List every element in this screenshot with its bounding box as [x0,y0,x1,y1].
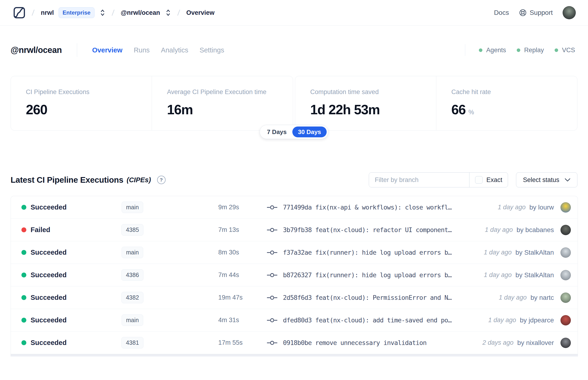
docs-link[interactable]: Docs [494,9,509,17]
integration-vcs[interactable]: VCS [555,47,575,54]
range-30-days[interactable]: 30 Days [292,127,327,137]
integration-label: Agents [486,47,506,54]
integration-replay[interactable]: Replay [517,47,544,54]
git-commit-icon [267,272,277,278]
stat-card-ci-executions: CI Pipeline Executions 260 [11,76,152,130]
tab-runs[interactable]: Runs [134,46,150,54]
author-avatar[interactable] [560,315,571,325]
run-status-dot [21,295,26,300]
tab-settings[interactable]: Settings [199,46,224,54]
help-icon[interactable]: ? [157,176,166,184]
integration-agents[interactable]: Agents [479,47,506,54]
commit-message[interactable]: dfed80d3 feat(nx-cloud): add time-saved … [283,317,452,324]
branch-badge[interactable]: main [122,247,143,258]
run-status-dot [21,205,26,210]
workspace-name[interactable]: @nrwl/ocean [121,9,160,17]
commit-message[interactable]: 2d58f6d3 feat(nx-cloud): PermissionError… [283,294,452,301]
table-row[interactable]: Failed 4385 7m 13s 3b79fb38 feat(nx-clou… [11,219,578,241]
git-commit-icon [267,318,277,323]
org-name[interactable]: nrwl [41,9,54,17]
branch-badge[interactable]: 4381 [121,337,143,348]
run-time-ago: 1 day ago [484,271,512,279]
stat-label: Computation time saved [310,88,427,96]
support-label: Support [530,9,553,17]
run-duration: 17m 55s [151,339,267,346]
stat-card-time-saved: Computation time saved 1d 22h 53m [295,76,436,130]
run-status-label: Succeeded [31,294,67,302]
enterprise-badge: Enterprise [58,7,95,18]
author-avatar[interactable] [560,225,571,235]
breadcrumb-separator: / [32,8,35,18]
run-duration: 7m 13s [151,226,267,233]
run-duration: 9m 29s [151,204,267,211]
stat-value: 260 [26,102,47,117]
branch-badge[interactable]: 4382 [121,292,143,303]
stat-label: Cache hit rate [451,88,568,96]
support-link[interactable]: Support [519,9,553,17]
branch-badge[interactable]: main [122,202,143,213]
exact-checkbox[interactable] [475,176,483,184]
table-row[interactable]: Succeeded 4381 17m 55s 0918b0be remove u… [11,332,578,354]
stat-value: 1d 22h 53m [310,102,380,117]
breadcrumb-separator: / [177,8,180,18]
cipe-rows: Succeeded main 9m 29s 771499da fix(nx-ap… [11,196,578,354]
git-commit-icon [267,250,277,255]
cipe-section-header: Latest CI Pipeline Executions (CIPEs) ? … [0,172,588,188]
run-time-ago: 1 day ago [484,249,512,256]
branch-badge[interactable]: main [122,314,143,326]
git-commit-icon [267,295,277,301]
status-dot-green [555,48,558,52]
divider [465,44,465,56]
stat-label: Average CI Pipeline Execution time [167,88,284,96]
org-switcher-icon[interactable] [100,9,105,17]
run-status-label: Failed [31,226,50,234]
cipe-subtitle: (CIPEs) [127,176,151,184]
branch-badge[interactable]: 4385 [121,224,143,236]
nx-cloud-logo[interactable] [13,7,25,19]
tab-overview[interactable]: Overview [92,46,123,54]
workspace-header: @nrwl/ocean Overview Runs Analytics Sett… [0,43,588,57]
author-avatar[interactable] [560,270,571,280]
run-status-label: Succeeded [31,271,67,279]
run-status-label: Succeeded [31,203,67,211]
run-author: by nartc [530,294,554,302]
branch-filter-input[interactable] [369,172,469,187]
integration-label: VCS [562,47,575,54]
user-avatar[interactable] [563,6,576,19]
tab-analytics[interactable]: Analytics [161,46,188,54]
run-time-ago: 1 day ago [498,204,526,211]
breadcrumb-separator: / [112,8,115,18]
run-status-dot [21,318,26,323]
author-avatar[interactable] [560,202,571,212]
run-author: by StalkAltan [515,271,554,279]
commit-message[interactable]: 771499da fix(nx-api & workflows): close … [283,204,452,211]
run-author: by StalkAltan [515,249,554,256]
table-row[interactable]: Succeeded main 8m 30s f37a32ae fix(runne… [11,241,578,264]
exact-label: Exact [486,176,502,184]
author-avatar[interactable] [560,247,571,258]
commit-message[interactable]: b8726327 fix(runner): hide log upload er… [283,271,452,279]
workspace-switcher-icon[interactable] [165,9,171,17]
range-7-days[interactable]: 7 Days [261,127,292,137]
table-row[interactable]: Succeeded 4382 19m 47s 2d58f6d3 feat(nx-… [11,286,578,309]
stats-card-group-left: CI Pipeline Executions 260 Average CI Pi… [11,76,293,131]
author-avatar[interactable] [560,338,571,348]
commit-message[interactable]: 0918b0be remove unnecessary invalidation [283,339,426,346]
status-select-dropdown[interactable]: Select status [516,172,577,188]
run-status-label: Succeeded [31,248,67,256]
divider [77,43,77,57]
table-row[interactable]: Succeeded 4386 7m 44s b8726327 fix(runne… [11,264,578,286]
author-avatar[interactable] [560,292,571,303]
run-duration: 8m 30s [151,249,267,256]
branch-badge[interactable]: 4386 [121,269,143,281]
run-time-ago: 2 days ago [482,339,513,346]
commit-message[interactable]: f37a32ae fix(runner): hide log upload er… [283,249,452,256]
table-row[interactable]: Succeeded main 9m 29s 771499da fix(nx-ap… [11,196,578,219]
run-time-ago: 1 day ago [499,294,527,301]
commit-message[interactable]: 3b79fb38 feat(nx-cloud): refactor UI com… [283,226,452,233]
run-status-label: Succeeded [31,316,67,324]
run-status-dot [21,228,26,232]
table-row[interactable]: Succeeded main 4m 31s dfed80d3 feat(nx-c… [11,309,578,332]
git-commit-icon [267,340,277,346]
stat-label: CI Pipeline Executions [26,88,142,96]
